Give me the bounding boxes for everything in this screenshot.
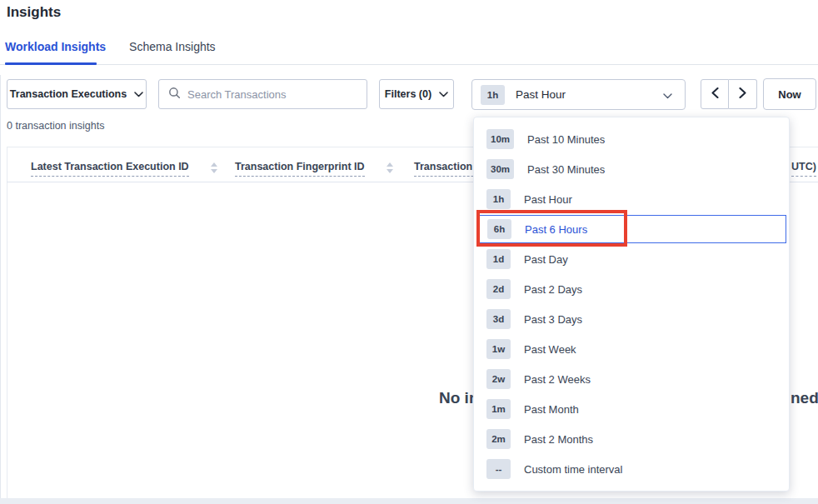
time-interval-option-badge: 1m (486, 399, 511, 419)
column-header-label: Latest Transaction Execution ID (31, 161, 189, 177)
chevron-down-icon (439, 92, 448, 97)
time-interval-option-badge: 1h (486, 189, 511, 209)
next-interval-button[interactable] (729, 79, 757, 109)
time-interval-dropdown: 10m Past 10 Minutes 30m Past 30 Minutes … (473, 117, 790, 492)
chevron-left-icon (711, 87, 719, 102)
time-interval-option-label: Past 10 Minutes (527, 133, 605, 146)
tab-divider (0, 64, 818, 65)
time-interval-option-label: Past 30 Minutes (527, 163, 605, 176)
time-interval-select[interactable]: 1h Past Hour (471, 79, 686, 110)
time-interval-option[interactable]: 6h Past 6 Hours (476, 215, 786, 243)
time-interval-option[interactable]: 1d Past Day (474, 244, 789, 274)
time-interval-option[interactable]: 10m Past 10 Minutes (474, 124, 789, 154)
time-interval-badge: 1h (481, 85, 505, 105)
time-interval-option[interactable]: 3d Past 3 Days (474, 304, 789, 334)
column-header-label: UTC) (791, 161, 816, 177)
sort-icon[interactable] (211, 162, 217, 173)
time-interval-option-label: Custom time interval (524, 463, 622, 476)
active-tab-underline (5, 62, 97, 65)
time-interval-option-badge: 2d (486, 279, 511, 299)
page-left-border (0, 75, 1, 498)
time-interval-option-label: Past Week (524, 343, 576, 356)
time-interval-option[interactable]: 30m Past 30 Minutes (474, 154, 789, 184)
time-interval-option-label: Past 2 Months (524, 433, 593, 446)
time-interval-option-badge: 10m (486, 129, 514, 149)
column-header-latest-transaction-execution-id[interactable]: Latest Transaction Execution ID (31, 161, 217, 177)
filters-button[interactable]: Filters (0) (379, 79, 454, 109)
time-interval-option-badge: 2m (486, 429, 511, 449)
time-interval-option-label: Past Hour (524, 193, 572, 206)
time-interval-option-label: Past 6 Hours (525, 223, 587, 236)
time-interval-option-badge: 2w (486, 369, 511, 389)
time-range-arrows (701, 79, 757, 109)
tab-bar: Workload Insights Schema Insights (5, 40, 216, 65)
search-icon (168, 87, 181, 102)
sort-icon[interactable] (387, 162, 393, 173)
search-input[interactable] (187, 88, 367, 101)
chevron-down-icon (134, 92, 143, 97)
time-interval-option-badge: 1d (486, 249, 511, 269)
time-interval-option-label: Past Month (524, 403, 579, 416)
chevron-down-icon (663, 87, 672, 102)
time-interval-option-badge: -- (486, 459, 511, 479)
time-interval-option[interactable]: 1m Past Month (474, 394, 789, 424)
now-button-label: Now (778, 88, 801, 101)
time-interval-option[interactable]: 2d Past 2 Days (474, 274, 789, 304)
filters-button-label: Filters (0) (385, 88, 431, 100)
time-interval-option[interactable]: 2w Past 2 Weeks (474, 364, 789, 394)
tab-schema-insights[interactable]: Schema Insights (129, 40, 216, 65)
time-interval-option-label: Past 2 Weeks (524, 373, 591, 386)
time-interval-option-badge: 1w (486, 339, 511, 359)
tab-workload-insights[interactable]: Workload Insights (5, 40, 106, 65)
bottom-strip (0, 498, 818, 504)
time-interval-option-label: Past 2 Days (524, 283, 582, 296)
column-header-transaction-fingerprint-id[interactable]: Transaction Fingerprint ID (235, 161, 393, 177)
page-title: Insights (7, 4, 61, 21)
empty-state-text-fragment-right: ned. (791, 389, 818, 407)
column-header-utc-fragment[interactable]: UTC) (791, 161, 816, 177)
insights-count-text: 0 transaction insights (7, 120, 104, 132)
time-interval-label: Past Hour (516, 88, 566, 101)
time-interval-option-badge: 30m (486, 159, 514, 179)
insight-type-select-label: Transaction Executions (10, 88, 127, 100)
column-header-label: Transaction Fingerprint ID (235, 161, 365, 177)
now-button[interactable]: Now (763, 78, 816, 110)
time-interval-option-badge: 3d (486, 309, 511, 329)
time-interval-option[interactable]: 2m Past 2 Months (474, 424, 789, 454)
time-interval-option-label: Past 3 Days (524, 313, 582, 326)
chevron-right-icon (739, 87, 746, 102)
previous-interval-button[interactable] (701, 79, 729, 109)
insight-type-select[interactable]: Transaction Executions (7, 79, 147, 109)
time-interval-option[interactable]: -- Custom time interval (474, 454, 789, 484)
time-interval-option-badge: 6h (487, 219, 511, 239)
time-interval-option-label: Past Day (524, 253, 568, 266)
search-box[interactable] (158, 79, 367, 109)
time-interval-option[interactable]: 1h Past Hour (474, 184, 789, 214)
time-interval-option[interactable]: 1w Past Week (474, 334, 789, 364)
